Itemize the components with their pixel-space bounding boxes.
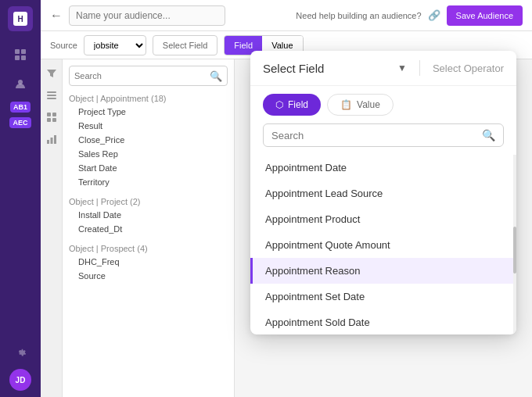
dropdown-search-box: 🔍: [263, 123, 504, 147]
topbar-right: Need help building an audience? 🔗 Save A…: [296, 5, 523, 26]
chart-icon[interactable]: [44, 131, 59, 147]
dropdown-search-input[interactable]: [271, 130, 477, 141]
list-item[interactable]: Result: [69, 119, 228, 133]
help-link-icon[interactable]: 🔗: [428, 9, 440, 21]
help-text: Need help building an audience?: [296, 11, 421, 20]
avatar[interactable]: JD: [9, 369, 31, 391]
svg-rect-7: [47, 98, 56, 99]
tab-value[interactable]: 📋 Value: [327, 94, 394, 116]
list-item[interactable]: Install Date: [69, 208, 228, 222]
dropdown-operator-placeholder[interactable]: Select Operator: [433, 63, 504, 74]
svg-rect-5: [47, 91, 56, 93]
tree-section-project: Object | Project (2) Install Date Create…: [69, 195, 228, 236]
dropdown-search-icon: 🔍: [482, 129, 495, 141]
source-select[interactable]: jobsite: [84, 35, 146, 55]
svg-rect-0: [15, 49, 20, 54]
tag-ab1[interactable]: AB1: [10, 102, 31, 113]
list-item[interactable]: Start Date: [69, 161, 228, 175]
grid-icon[interactable]: [44, 109, 59, 125]
sidebar-logo[interactable]: H: [8, 6, 33, 31]
svg-rect-9: [52, 113, 56, 116]
scrollbar-thumb[interactable]: [513, 227, 516, 274]
list-item[interactable]: Source: [69, 269, 228, 283]
left-panel: 🔍 Object | Appointment (18) Project Type…: [63, 59, 235, 397]
list-item[interactable]: Appointment Product: [250, 206, 516, 232]
svg-rect-3: [21, 55, 26, 60]
dropdown-list: Appointment Date Appointment Lead Source…: [250, 155, 516, 334]
app-container: H AB1 AEC JD ← Need help building an au: [0, 0, 532, 397]
dropdown-tab-row: ⬡ Field 📋 Value: [250, 86, 516, 116]
tree-object-prospect: Object | Prospect (4): [69, 242, 228, 255]
list-item[interactable]: Created_Dt: [69, 222, 228, 236]
search-icon: 🔍: [210, 70, 222, 82]
svg-rect-12: [47, 140, 49, 144]
svg-rect-14: [54, 135, 56, 144]
select-field-dropdown: Select Field ▼ Select Operator ⬡ Field 📋…: [250, 51, 516, 334]
svg-rect-10: [47, 118, 51, 122]
dropdown-header: Select Field ▼ Select Operator: [250, 51, 516, 86]
tree-search-input[interactable]: [74, 71, 210, 80]
field-tab-icon: ⬡: [275, 99, 283, 110]
svg-rect-13: [50, 138, 52, 144]
list-item[interactable]: Appointment Sold Date: [250, 309, 516, 334]
svg-rect-11: [52, 118, 56, 122]
logo-icon: H: [13, 12, 27, 26]
list-item[interactable]: Appointment Date: [250, 155, 516, 181]
sidebar-item-settings[interactable]: [6, 338, 34, 366]
field-select-button[interactable]: Select Field: [153, 35, 217, 55]
svg-rect-8: [47, 113, 51, 116]
field-tab-label: Field: [288, 99, 308, 110]
tree-object-appointment: Object | Appointment (18): [69, 92, 228, 105]
tag-aec[interactable]: AEC: [9, 117, 31, 128]
list-item[interactable]: Appointment Set Date: [250, 284, 516, 309]
sidebar-item-dashboard[interactable]: [6, 41, 34, 69]
back-button[interactable]: ←: [50, 9, 63, 23]
svg-rect-6: [47, 95, 56, 96]
list-item[interactable]: Project Type: [69, 105, 228, 119]
sidebar-nav: AB1 AEC: [0, 41, 41, 130]
tree-section-appointment: Object | Appointment (18) Project Type R…: [69, 92, 228, 189]
sidebar-item-users[interactable]: [6, 70, 34, 98]
list-item[interactable]: Appointment Lead Source: [250, 181, 516, 206]
list-item-highlighted[interactable]: Appointment Reason: [250, 258, 516, 284]
list-item[interactable]: Sales Rep: [69, 147, 228, 161]
value-tab-icon: 📋: [340, 99, 352, 110]
save-audience-button[interactable]: Save Audience: [447, 5, 523, 26]
tab-field[interactable]: ⬡ Field: [263, 94, 321, 116]
tree-object-project: Object | Project (2): [69, 195, 228, 208]
filter-icon[interactable]: [44, 66, 59, 81]
svg-rect-1: [21, 49, 26, 54]
dropdown-title: Select Field: [263, 62, 391, 75]
sidebar: H AB1 AEC JD: [0, 0, 41, 397]
list-item[interactable]: Appointment Quote Amount: [250, 232, 516, 258]
sidebar-bottom: JD: [6, 338, 34, 391]
source-label: Source: [50, 41, 77, 50]
svg-rect-2: [15, 55, 20, 60]
tree-search-box: 🔍: [69, 66, 228, 86]
list-item[interactable]: Territory: [69, 175, 228, 189]
dropdown-arrow-icon[interactable]: ▼: [397, 63, 407, 73]
tree-section-prospect: Object | Prospect (4) DHC_Freq Source: [69, 242, 228, 283]
side-icons: [41, 59, 63, 397]
audience-name-input[interactable]: [69, 5, 225, 26]
value-tab-label: Value: [357, 99, 380, 110]
list-item[interactable]: Close_Price: [69, 133, 228, 147]
list-item[interactable]: DHC_Freq: [69, 255, 228, 269]
list-icon[interactable]: [44, 88, 59, 103]
dropdown-divider: [419, 60, 420, 76]
topbar: ← Need help building an audience? 🔗 Save…: [41, 0, 532, 31]
scrollbar-track: [513, 155, 516, 334]
